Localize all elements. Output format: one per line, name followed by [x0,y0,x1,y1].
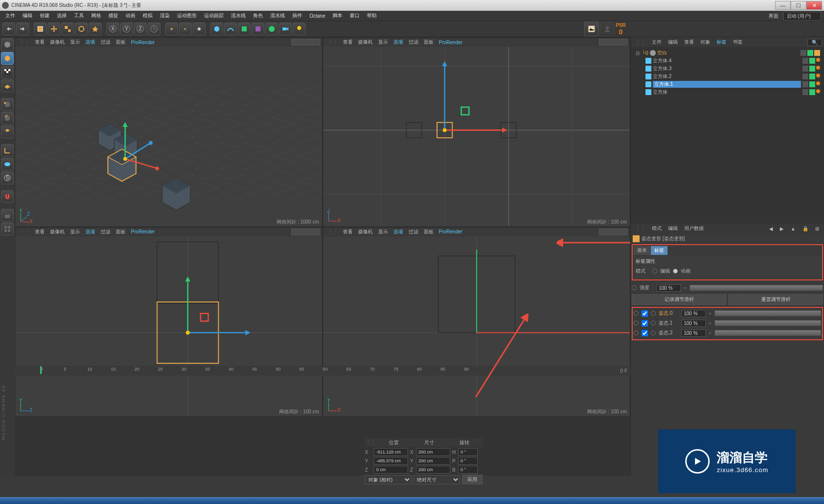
last-tool[interactable] [89,23,102,35]
pose1-field[interactable] [681,320,706,327]
maximize-button[interactable]: ☐ [791,1,806,10]
pose2-field[interactable] [681,329,706,337]
nav-back-icon[interactable]: ◀ [766,225,776,232]
pos-z-field[interactable] [374,466,408,474]
obj-search-icon[interactable]: 🔍 [807,39,822,46]
tag-icon[interactable] [814,50,820,56]
pose1-slider[interactable] [715,320,822,326]
timeline-ruler[interactable]: 0 5 10 15 20 25 30 35 40 45 50 55 60 65 … [15,366,630,376]
viewport-right[interactable]: ⋮⋮ 查看摄像机显示选项过滤面板ProRender 右视图 [15,227,323,417]
snap-enable-button[interactable]: S [1,172,14,184]
menu-sim[interactable]: 模拟 [139,11,156,20]
menu-anim[interactable]: 动画 [122,11,139,20]
menu-pipe[interactable]: 流水线 [228,11,249,20]
pose1-checkbox[interactable] [642,320,648,327]
menu-script[interactable]: 脚本 [329,11,346,20]
size-z-field[interactable] [416,466,450,474]
mode-edit-radio[interactable] [652,269,657,274]
camera-button[interactable] [279,23,292,35]
size-x-field[interactable] [416,448,450,456]
new-window-icon[interactable]: ⊞ [812,225,822,232]
menu-mograph[interactable]: 运动图形 [174,11,200,20]
vp-menu-display[interactable]: 显示 [68,38,82,46]
menu-file[interactable]: 文件 [2,11,19,20]
workplane-lock-button[interactable] [1,209,14,222]
os-taskbar[interactable] [0,497,824,504]
menu-mesh[interactable]: 网格 [88,11,104,20]
z-axis-toggle[interactable]: Z [134,23,147,35]
menu-octane[interactable]: Octane [306,12,329,20]
apply-button[interactable]: 应用 [462,475,483,484]
visibility-toggle-icon[interactable] [807,50,813,56]
menu-edit[interactable]: 编辑 [19,11,36,20]
content-browser-button[interactable] [600,22,615,36]
render-pv-button[interactable] [179,23,192,35]
tree-row-cube0[interactable]: 立方体 [633,88,822,96]
x-axis-toggle[interactable]: X [106,23,119,35]
nav-up-icon[interactable]: ▲ [788,225,798,232]
menu-create[interactable]: 创建 [36,11,53,20]
attr-tab-tag[interactable]: 标签 [651,246,668,255]
menu-pipe2[interactable]: 流水线 [267,11,288,20]
tree-row-cube1[interactable]: 立方体.1 [633,80,822,88]
light-button[interactable] [293,23,306,35]
texture-mode-button[interactable] [1,66,14,78]
menu-window[interactable]: 窗口 [346,11,363,20]
nav-fwd-icon[interactable]: ▶ [777,225,787,232]
pose2-checkbox[interactable] [642,330,648,336]
minimize-button[interactable]: — [775,1,791,10]
coord-mode-select[interactable]: 对象 (相对) [365,475,412,484]
strength-slider[interactable] [690,285,824,291]
viewport-front[interactable]: ⋮⋮ 查看摄像机显示选项过滤面板ProRender 正视图 [323,227,631,417]
rot-h-field[interactable] [458,448,478,456]
strength-key-icon[interactable] [632,285,637,290]
magnet-button[interactable] [1,190,14,203]
attr-tab-basic[interactable]: 基本 [634,246,650,255]
vp-nav-icon[interactable] [299,39,306,46]
object-tree[interactable]: ⊟└0 空白 立方体.4 立方体.3 立方体.2 立方体.1 立方体 [631,47,824,224]
generator-button[interactable] [238,23,251,35]
record-slider-button[interactable]: 记录调节滑杆 [632,294,726,305]
rotate-tool[interactable] [75,23,88,35]
tree-row-cube2[interactable]: 立方体.2 [633,73,822,80]
edges-mode-button[interactable] [1,112,14,125]
tree-item-label[interactable]: 空白 [657,50,799,56]
vp-menu-panel[interactable]: 面板 [113,38,128,46]
pose0-slider[interactable] [715,310,822,316]
menu-render[interactable]: 渲染 [156,11,173,20]
tree-row-cube3[interactable]: 立方体.3 [633,65,822,73]
rot-b-field[interactable] [458,466,478,474]
select-tool[interactable] [34,23,47,35]
tree-row-null[interactable]: ⊟└0 空白 [633,49,822,57]
render-settings-button[interactable] [193,23,206,35]
quantize-button[interactable] [1,223,14,235]
points-mode-button[interactable] [1,98,14,111]
vp-nav-icon[interactable] [313,39,320,46]
menu-char[interactable]: 角色 [250,11,266,20]
viewport-top[interactable]: ⋮⋮ 查看摄像机显示选项过滤面板ProRender 顶视图 [323,37,631,227]
vp-menu-options[interactable]: 选项 [83,38,98,46]
model-mode-button[interactable] [1,52,14,65]
render-view-button[interactable] [165,23,178,35]
size-mode-select[interactable]: 绝对尺寸 [413,475,460,484]
pose0-checkbox[interactable] [642,310,648,317]
tree-row-cube4[interactable]: 立方体.4 [633,57,822,65]
coord-sys-toggle[interactable] [148,23,160,35]
make-editable-button[interactable] [1,38,14,51]
pose2-slider[interactable] [715,330,822,336]
menu-select[interactable]: 选择 [53,11,70,20]
vp-nav-icon[interactable] [291,39,298,46]
menu-help[interactable]: 帮助 [363,11,380,20]
menu-plugin[interactable]: 插件 [289,11,306,20]
mode-anim-radio[interactable] [673,269,678,274]
vp-menu-camera[interactable]: 摄像机 [48,38,67,46]
vp-menu-view[interactable]: 查看 [32,38,47,46]
scale-tool[interactable] [61,23,74,35]
y-axis-toggle[interactable]: Y [120,23,133,35]
layout-mode[interactable]: 启动 (用户) [783,12,821,21]
vp-menu-prorender[interactable]: ProRender [129,39,157,46]
pose0-field[interactable] [681,310,706,317]
psr-indicator[interactable]: PSR 0 [616,23,626,36]
viewport-solo-button[interactable] [1,158,14,171]
pos-y-field[interactable] [374,457,408,465]
